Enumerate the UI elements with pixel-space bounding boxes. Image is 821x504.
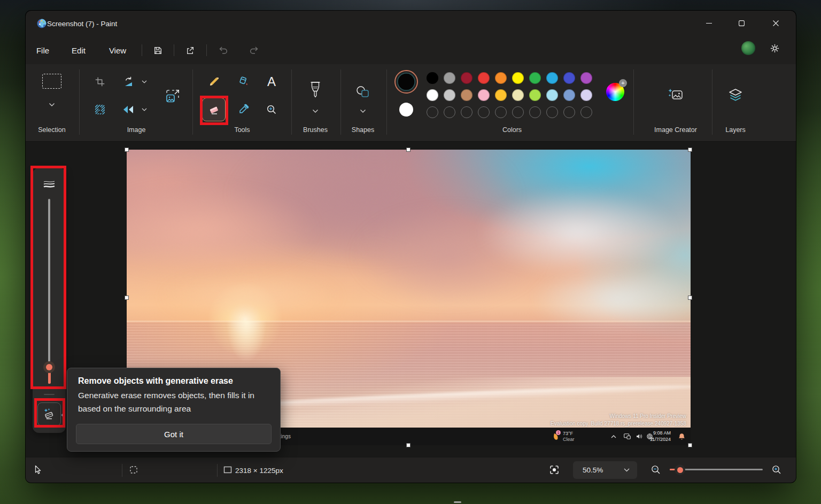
zoom-slider-thumb[interactable]: [675, 464, 685, 475]
pencil-tool-icon[interactable]: [208, 76, 220, 88]
color-swatch[interactable]: [461, 72, 473, 84]
paint-window: Screenshot (7) - Paint File Edit View: [26, 11, 796, 483]
empty-color-slot[interactable]: [580, 106, 592, 118]
chevron-down-icon[interactable]: [49, 103, 55, 107]
color-swatch[interactable]: [580, 89, 592, 101]
settings-gear-icon[interactable]: [765, 41, 784, 56]
text-tool-icon[interactable]: A: [267, 74, 276, 89]
color-swatch[interactable]: [461, 89, 473, 101]
selection-handle-mid-left[interactable]: [125, 296, 129, 300]
chevron-down-icon[interactable]: [313, 110, 319, 113]
rotate-icon[interactable]: [122, 76, 134, 88]
secondary-color-swatch[interactable]: [399, 103, 413, 117]
generative-erase-tooltip: Remove objects with generative erase Gen…: [67, 368, 281, 452]
selection-handle-top-left[interactable]: [125, 148, 129, 152]
selection-handle-bottom-center[interactable]: [406, 443, 410, 447]
canvas-size-icon: [223, 466, 232, 474]
color-swatch[interactable]: [512, 89, 524, 101]
redo-button[interactable]: [244, 42, 264, 59]
color-swatch[interactable]: [546, 89, 558, 101]
menubar: File Edit View: [26, 36, 796, 64]
taskbar-peek: [454, 501, 461, 503]
color-swatch[interactable]: [444, 72, 455, 84]
color-swatch[interactable]: [580, 72, 592, 84]
color-swatch[interactable]: [563, 89, 575, 101]
menu-divider: [174, 44, 174, 56]
empty-color-slot[interactable]: [444, 106, 455, 118]
titlebar[interactable]: Screenshot (7) - Paint: [26, 11, 796, 36]
menu-edit[interactable]: Edit: [71, 42, 87, 59]
zoom-level-dropdown[interactable]: 50.5%: [573, 461, 637, 479]
selection-handle-top-right[interactable]: [688, 148, 692, 152]
color-swatch[interactable]: [427, 72, 438, 84]
close-button[interactable]: [763, 11, 788, 35]
selection-handle-top-center[interactable]: [406, 148, 410, 152]
group-label-layers: Layers: [725, 126, 746, 134]
fit-to-screen-icon[interactable]: [549, 465, 559, 475]
ribbon-divider: [386, 69, 387, 135]
resize-image-icon[interactable]: [165, 88, 181, 104]
color-picker-icon[interactable]: [238, 104, 249, 115]
empty-color-slot[interactable]: [495, 106, 507, 118]
color-swatch[interactable]: [529, 72, 541, 84]
rectangle-select-tool[interactable]: [42, 74, 61, 89]
zoom-in-icon[interactable]: [772, 465, 782, 475]
menu-view[interactable]: View: [108, 42, 127, 59]
share-button[interactable]: [180, 42, 200, 59]
got-it-button[interactable]: Got it: [76, 424, 272, 444]
empty-color-slot[interactable]: [546, 106, 558, 118]
color-swatch[interactable]: [546, 72, 558, 84]
highlight-box-eraser: [200, 96, 228, 125]
chevron-down-icon[interactable]: [360, 110, 366, 113]
brushes-icon[interactable]: [309, 81, 321, 98]
color-swatch[interactable]: [495, 89, 507, 101]
selection-size-icon: [129, 466, 138, 474]
color-swatch[interactable]: [444, 89, 455, 101]
color-swatch[interactable]: [529, 89, 541, 101]
magnifier-tool-icon[interactable]: [266, 104, 277, 115]
statusbar: 2318 × 1225px 50.5%: [26, 457, 796, 483]
empty-color-slot[interactable]: [529, 106, 541, 118]
color-swatch[interactable]: [478, 89, 490, 101]
selection-handle-bottom-right[interactable]: [688, 443, 692, 447]
empty-color-slot[interactable]: [563, 106, 575, 118]
color-swatch[interactable]: [563, 72, 575, 84]
background-removal-icon[interactable]: [95, 105, 105, 115]
chevron-down-icon[interactable]: [142, 80, 147, 83]
flip-icon[interactable]: [122, 105, 134, 114]
undo-button[interactable]: [213, 42, 234, 59]
color-swatch[interactable]: [427, 89, 438, 101]
color-swatch[interactable]: [512, 72, 524, 84]
color-palette: [427, 72, 592, 118]
chevron-down-icon[interactable]: [142, 108, 147, 111]
color-swatch[interactable]: [478, 72, 490, 84]
zoom-out-icon[interactable]: [651, 465, 661, 475]
group-label-image: Image: [127, 126, 146, 134]
fill-tool-icon[interactable]: [237, 76, 249, 88]
empty-color-slot[interactable]: [512, 106, 524, 118]
tooltip-body: Generative erase removes objects, then f…: [78, 389, 269, 415]
ribbon-divider: [79, 69, 80, 135]
tray-device-icon: [624, 428, 631, 445]
empty-color-slot[interactable]: [461, 106, 473, 118]
account-avatar[interactable]: [741, 41, 755, 55]
empty-color-slot[interactable]: [427, 106, 438, 118]
empty-color-slot[interactable]: [478, 106, 490, 118]
shapes-icon[interactable]: [356, 86, 370, 98]
cursor-position-icon: [34, 465, 41, 475]
window-title: Screenshot (7) - Paint: [47, 11, 117, 36]
layers-icon[interactable]: [727, 88, 743, 102]
ribbon-divider: [291, 69, 292, 135]
image-creator-icon[interactable]: [668, 88, 684, 103]
primary-color-selected[interactable]: [394, 70, 418, 94]
crop-icon[interactable]: [96, 77, 105, 87]
ribbon-divider: [633, 69, 634, 135]
chevron-down-icon: [624, 468, 630, 472]
save-button[interactable]: [148, 42, 168, 59]
menu-file[interactable]: File: [35, 42, 50, 59]
panel-divider: [44, 394, 55, 395]
minimize-button[interactable]: [696, 11, 721, 35]
maximize-button[interactable]: [729, 11, 754, 35]
selection-handle-mid-right[interactable]: [688, 296, 692, 300]
color-swatch[interactable]: [495, 72, 507, 84]
